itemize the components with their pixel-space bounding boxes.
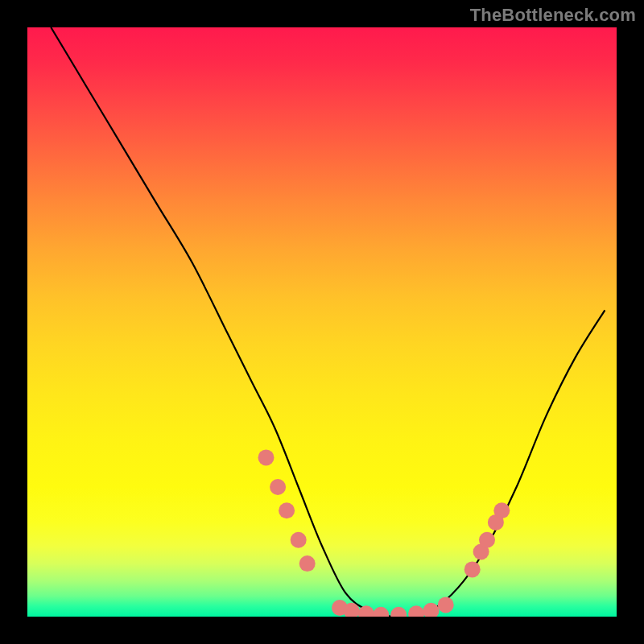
chart-plot-area xyxy=(27,27,617,617)
data-marker xyxy=(493,502,510,518)
marker-group xyxy=(258,449,510,617)
data-marker xyxy=(479,532,495,548)
bottleneck-curve xyxy=(51,27,605,617)
data-marker xyxy=(291,532,307,548)
watermark-text: TheBottleneck.com xyxy=(470,5,636,26)
data-marker xyxy=(390,607,407,617)
data-marker xyxy=(258,449,275,465)
data-marker xyxy=(464,561,481,577)
data-marker xyxy=(299,555,316,572)
data-marker xyxy=(279,502,295,518)
data-marker xyxy=(373,607,389,617)
data-marker xyxy=(438,597,454,613)
chart-svg xyxy=(27,27,617,617)
data-marker xyxy=(270,479,286,495)
data-marker xyxy=(423,603,439,617)
data-marker xyxy=(408,605,424,617)
